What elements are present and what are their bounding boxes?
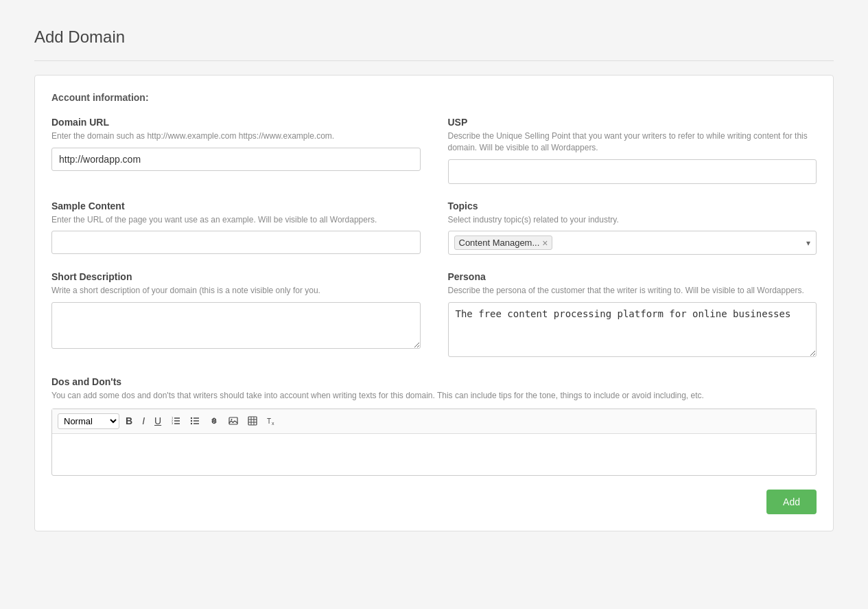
col-persona: Persona Describe the persona of the cust…: [448, 271, 817, 360]
topics-tags: Content Managem... ×: [454, 235, 807, 250]
image-button[interactable]: [225, 414, 242, 428]
col-short-description: Short Description Write a short descript…: [51, 271, 421, 360]
dos-donts-section: Dos and Don'ts You can add some dos and …: [51, 376, 817, 476]
domain-url-input[interactable]: [51, 148, 421, 171]
topic-tag-label: Content Managem...: [459, 238, 540, 248]
italic-button[interactable]: I: [139, 414, 148, 428]
editor-container: Normal Heading 1 Heading 2 Heading 3 B I…: [51, 409, 817, 476]
usp-label: USP: [448, 117, 817, 128]
add-button[interactable]: Add: [766, 490, 817, 514]
topics-dropdown-arrow: ▾: [806, 238, 810, 248]
svg-text:T: T: [267, 417, 271, 425]
topic-tag-content-mgmt: Content Managem... ×: [454, 235, 553, 250]
svg-point-10: [191, 420, 192, 422]
short-desc-label: Short Description: [51, 271, 421, 282]
row-domain-usp: Domain URL Enter the domain such as http…: [51, 117, 817, 184]
format-select[interactable]: Normal Heading 1 Heading 2 Heading 3: [58, 413, 119, 429]
bold-button[interactable]: B: [122, 414, 136, 428]
persona-label: Persona: [448, 271, 817, 282]
form-actions: Add: [51, 490, 817, 514]
clear-format-button[interactable]: T x: [263, 414, 280, 428]
col-sample-content: Sample Content Enter the URL of the page…: [51, 200, 421, 255]
underline-button[interactable]: U: [151, 414, 165, 428]
domain-url-hint: Enter the domain such as http://www.exam…: [51, 130, 421, 142]
unordered-list-button[interactable]: [187, 414, 203, 428]
topics-hint: Select industry topic(s) related to your…: [448, 214, 817, 226]
sample-content-hint: Enter the URL of the page you want use a…: [51, 214, 421, 226]
table-button[interactable]: [244, 414, 261, 428]
topic-tag-remove[interactable]: ×: [542, 238, 548, 248]
sample-content-label: Sample Content: [51, 200, 421, 211]
page-title: Add Domain: [34, 27, 834, 47]
svg-rect-12: [229, 417, 237, 424]
col-topics: Topics Select industry topic(s) related …: [448, 200, 817, 255]
topics-label: Topics: [448, 200, 817, 211]
row-desc-persona: Short Description Write a short descript…: [51, 271, 817, 360]
editor-toolbar: Normal Heading 1 Heading 2 Heading 3 B I…: [52, 409, 816, 434]
col-usp: USP Describe the Unique Selling Point th…: [448, 117, 817, 184]
svg-rect-14: [248, 417, 257, 425]
col-domain-url: Domain URL Enter the domain such as http…: [51, 117, 421, 184]
svg-point-13: [231, 419, 233, 420]
domain-url-label: Domain URL: [51, 117, 421, 128]
sample-content-input[interactable]: [51, 231, 421, 254]
link-button[interactable]: [206, 414, 222, 428]
row-sample-topics: Sample Content Enter the URL of the page…: [51, 200, 817, 255]
divider: [34, 60, 834, 61]
form-card: Account information: Domain URL Enter th…: [34, 75, 834, 531]
svg-text:x: x: [272, 421, 274, 426]
usp-input[interactable]: [448, 159, 817, 184]
short-desc-textarea[interactable]: [51, 302, 421, 349]
dos-donts-hint: You can add some dos and don'ts that wri…: [51, 390, 817, 402]
section-title: Account information:: [51, 92, 817, 103]
svg-point-11: [191, 423, 192, 424]
persona-textarea[interactable]: [448, 302, 817, 357]
usp-hint: Describe the Unique Selling Point that y…: [448, 130, 817, 154]
ordered-list-button[interactable]: 1 2 3: [167, 414, 184, 428]
svg-text:3: 3: [172, 422, 174, 425]
svg-point-9: [191, 417, 192, 419]
dos-donts-editor[interactable]: [52, 434, 816, 475]
short-desc-hint: Write a short description of your domain…: [51, 285, 421, 297]
topics-select[interactable]: Content Managem... × ▾: [448, 231, 817, 255]
persona-hint: Describe the persona of the customer tha…: [448, 285, 817, 297]
dos-donts-label: Dos and Don'ts: [51, 376, 817, 387]
